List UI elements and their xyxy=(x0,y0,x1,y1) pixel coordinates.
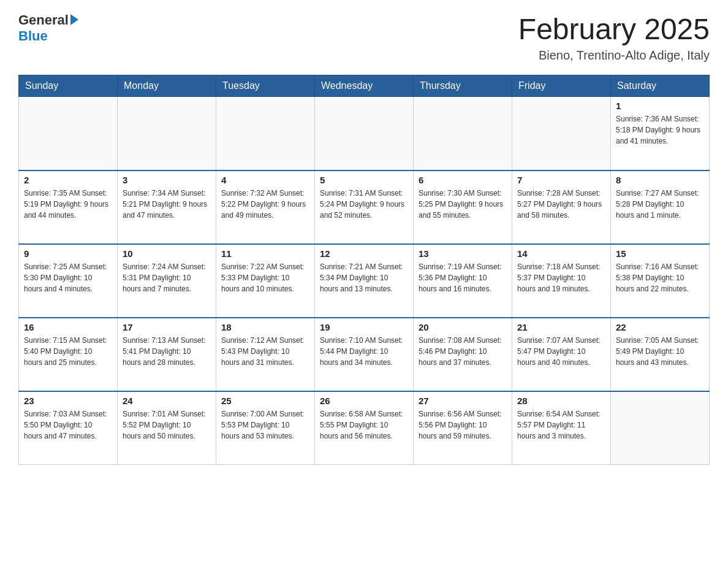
day-info: Sunrise: 7:34 AM Sunset: 5:21 PM Dayligh… xyxy=(123,188,211,221)
table-row: 6Sunrise: 7:30 AM Sunset: 5:25 PM Daylig… xyxy=(414,170,512,244)
table-row: 1Sunrise: 7:36 AM Sunset: 5:18 PM Daylig… xyxy=(611,97,710,170)
table-row xyxy=(118,97,216,170)
table-row: 20Sunrise: 7:08 AM Sunset: 5:46 PM Dayli… xyxy=(414,318,512,391)
day-info: Sunrise: 7:07 AM Sunset: 5:47 PM Dayligh… xyxy=(517,335,605,368)
day-number: 27 xyxy=(419,396,507,406)
day-info: Sunrise: 7:19 AM Sunset: 5:36 PM Dayligh… xyxy=(419,261,507,294)
day-number: 23 xyxy=(24,396,112,406)
calendar-header-row: Sunday Monday Tuesday Wednesday Thursday… xyxy=(19,75,710,97)
header-sunday: Sunday xyxy=(19,75,118,97)
table-row: 15Sunrise: 7:16 AM Sunset: 5:38 PM Dayli… xyxy=(611,244,710,318)
table-row: 24Sunrise: 7:01 AM Sunset: 5:52 PM Dayli… xyxy=(118,391,216,465)
table-row xyxy=(512,97,611,170)
calendar-subtitle: Bieno, Trentino-Alto Adige, Italy xyxy=(518,48,710,63)
day-number: 26 xyxy=(320,396,408,406)
table-row: 7Sunrise: 7:28 AM Sunset: 5:27 PM Daylig… xyxy=(512,170,611,244)
table-row xyxy=(414,97,512,170)
day-number: 5 xyxy=(320,175,408,185)
day-info: Sunrise: 7:30 AM Sunset: 5:25 PM Dayligh… xyxy=(419,188,507,221)
table-row xyxy=(611,391,710,465)
table-row: 10Sunrise: 7:24 AM Sunset: 5:31 PM Dayli… xyxy=(118,244,216,318)
day-info: Sunrise: 7:24 AM Sunset: 5:31 PM Dayligh… xyxy=(123,261,211,294)
day-number: 21 xyxy=(517,322,605,332)
day-info: Sunrise: 7:05 AM Sunset: 5:49 PM Dayligh… xyxy=(616,335,704,368)
table-row xyxy=(19,97,118,170)
table-row: 17Sunrise: 7:13 AM Sunset: 5:41 PM Dayli… xyxy=(118,318,216,391)
header-wednesday: Wednesday xyxy=(315,75,414,97)
day-number: 12 xyxy=(320,248,408,259)
table-row: 8Sunrise: 7:27 AM Sunset: 5:28 PM Daylig… xyxy=(611,170,710,244)
table-row: 26Sunrise: 6:58 AM Sunset: 5:55 PM Dayli… xyxy=(315,391,414,465)
day-info: Sunrise: 7:32 AM Sunset: 5:22 PM Dayligh… xyxy=(221,188,309,221)
calendar-title: February 2025 xyxy=(518,12,710,46)
day-number: 6 xyxy=(419,175,507,185)
day-info: Sunrise: 7:10 AM Sunset: 5:44 PM Dayligh… xyxy=(320,335,408,368)
table-row: 27Sunrise: 6:56 AM Sunset: 5:56 PM Dayli… xyxy=(414,391,512,465)
day-number: 11 xyxy=(221,248,309,259)
day-number: 9 xyxy=(24,248,112,259)
day-number: 18 xyxy=(221,322,309,332)
day-info: Sunrise: 7:31 AM Sunset: 5:24 PM Dayligh… xyxy=(320,188,408,221)
table-row xyxy=(216,97,315,170)
table-row: 13Sunrise: 7:19 AM Sunset: 5:36 PM Dayli… xyxy=(414,244,512,318)
title-section: February 2025 Bieno, Trentino-Alto Adige… xyxy=(518,12,710,63)
table-row: 3Sunrise: 7:34 AM Sunset: 5:21 PM Daylig… xyxy=(118,170,216,244)
table-row: 2Sunrise: 7:35 AM Sunset: 5:19 PM Daylig… xyxy=(19,170,118,244)
day-number: 19 xyxy=(320,322,408,332)
day-number: 4 xyxy=(221,175,309,185)
header-thursday: Thursday xyxy=(414,75,512,97)
day-number: 16 xyxy=(24,322,112,332)
table-row: 5Sunrise: 7:31 AM Sunset: 5:24 PM Daylig… xyxy=(315,170,414,244)
table-row: 11Sunrise: 7:22 AM Sunset: 5:33 PM Dayli… xyxy=(216,244,315,318)
calendar-week-row: 2Sunrise: 7:35 AM Sunset: 5:19 PM Daylig… xyxy=(19,170,710,244)
calendar-week-row: 23Sunrise: 7:03 AM Sunset: 5:50 PM Dayli… xyxy=(19,391,710,465)
page-header: General Blue February 2025 Bieno, Trenti… xyxy=(18,12,710,63)
calendar-week-row: 1Sunrise: 7:36 AM Sunset: 5:18 PM Daylig… xyxy=(19,97,710,170)
day-info: Sunrise: 7:12 AM Sunset: 5:43 PM Dayligh… xyxy=(221,335,309,368)
day-number: 8 xyxy=(616,175,704,185)
day-number: 3 xyxy=(123,175,211,185)
table-row: 25Sunrise: 7:00 AM Sunset: 5:53 PM Dayli… xyxy=(216,391,315,465)
day-info: Sunrise: 7:25 AM Sunset: 5:30 PM Dayligh… xyxy=(24,261,112,294)
day-number: 1 xyxy=(616,101,704,111)
day-number: 13 xyxy=(419,248,507,259)
table-row: 21Sunrise: 7:07 AM Sunset: 5:47 PM Dayli… xyxy=(512,318,611,391)
calendar-week-row: 9Sunrise: 7:25 AM Sunset: 5:30 PM Daylig… xyxy=(19,244,710,318)
day-info: Sunrise: 7:13 AM Sunset: 5:41 PM Dayligh… xyxy=(123,335,211,368)
day-info: Sunrise: 6:58 AM Sunset: 5:55 PM Dayligh… xyxy=(320,408,408,442)
day-number: 20 xyxy=(419,322,507,332)
day-info: Sunrise: 7:21 AM Sunset: 5:34 PM Dayligh… xyxy=(320,261,408,294)
table-row: 12Sunrise: 7:21 AM Sunset: 5:34 PM Dayli… xyxy=(315,244,414,318)
table-row: 28Sunrise: 6:54 AM Sunset: 5:57 PM Dayli… xyxy=(512,391,611,465)
header-saturday: Saturday xyxy=(611,75,710,97)
day-info: Sunrise: 7:15 AM Sunset: 5:40 PM Dayligh… xyxy=(24,335,112,368)
table-row: 18Sunrise: 7:12 AM Sunset: 5:43 PM Dayli… xyxy=(216,318,315,391)
header-monday: Monday xyxy=(118,75,216,97)
table-row: 4Sunrise: 7:32 AM Sunset: 5:22 PM Daylig… xyxy=(216,170,315,244)
day-info: Sunrise: 6:54 AM Sunset: 5:57 PM Dayligh… xyxy=(517,408,605,442)
table-row: 22Sunrise: 7:05 AM Sunset: 5:49 PM Dayli… xyxy=(611,318,710,391)
header-tuesday: Tuesday xyxy=(216,75,315,97)
day-info: Sunrise: 7:18 AM Sunset: 5:37 PM Dayligh… xyxy=(517,261,605,294)
day-number: 2 xyxy=(24,175,112,185)
day-number: 7 xyxy=(517,175,605,185)
day-number: 22 xyxy=(616,322,704,332)
day-info: Sunrise: 7:28 AM Sunset: 5:27 PM Dayligh… xyxy=(517,188,605,221)
day-info: Sunrise: 7:36 AM Sunset: 5:18 PM Dayligh… xyxy=(616,113,704,147)
logo-general-text: General xyxy=(18,12,69,28)
day-number: 10 xyxy=(123,248,211,259)
day-info: Sunrise: 6:56 AM Sunset: 5:56 PM Dayligh… xyxy=(419,408,507,442)
day-info: Sunrise: 7:00 AM Sunset: 5:53 PM Dayligh… xyxy=(221,408,309,442)
day-number: 14 xyxy=(517,248,605,259)
table-row xyxy=(315,97,414,170)
day-number: 24 xyxy=(123,396,211,406)
day-info: Sunrise: 7:27 AM Sunset: 5:28 PM Dayligh… xyxy=(616,188,704,221)
logo: General Blue xyxy=(18,12,78,45)
day-number: 15 xyxy=(616,248,704,259)
calendar-week-row: 16Sunrise: 7:15 AM Sunset: 5:40 PM Dayli… xyxy=(19,318,710,391)
table-row: 16Sunrise: 7:15 AM Sunset: 5:40 PM Dayli… xyxy=(19,318,118,391)
table-row: 23Sunrise: 7:03 AM Sunset: 5:50 PM Dayli… xyxy=(19,391,118,465)
table-row: 14Sunrise: 7:18 AM Sunset: 5:37 PM Dayli… xyxy=(512,244,611,318)
table-row: 19Sunrise: 7:10 AM Sunset: 5:44 PM Dayli… xyxy=(315,318,414,391)
calendar-table: Sunday Monday Tuesday Wednesday Thursday… xyxy=(18,75,710,465)
